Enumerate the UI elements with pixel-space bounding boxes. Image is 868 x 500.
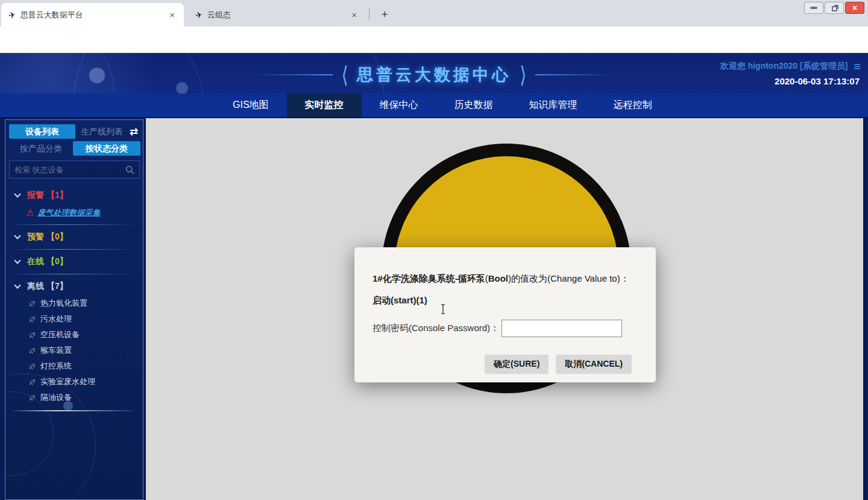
chevron-down-icon[interactable]	[14, 282, 20, 288]
menu-list-icon[interactable]: ≡	[854, 60, 861, 72]
page-title: 思普云大数据中心	[357, 64, 511, 86]
console-password-input[interactable]	[502, 320, 622, 337]
window-close-button[interactable]: ×	[845, 2, 864, 14]
group-label: 在线	[27, 256, 44, 267]
close-icon: ×	[852, 4, 857, 12]
window-controls: ×	[804, 2, 864, 14]
tree-item-offline-device[interactable]: 空压机设备	[5, 327, 143, 343]
offline-link-icon	[28, 347, 36, 355]
offline-link-icon	[28, 378, 36, 386]
tree-bottom-divider	[14, 410, 134, 411]
nav-item-gis-map[interactable]: GIS地图	[215, 93, 287, 117]
tab-title: 思普云大数据平台	[20, 10, 167, 21]
chevron-down-icon[interactable]	[14, 191, 20, 197]
nav-item-knowledge-base[interactable]: 知识库管理	[511, 93, 596, 117]
group-count: 【7】	[46, 281, 68, 292]
tab-by-status[interactable]: 按状态分类	[73, 141, 140, 156]
tree-group-alarm[interactable]: 报警 【1】	[5, 186, 143, 204]
offline-link-icon	[28, 362, 36, 370]
device-search-box	[9, 160, 140, 179]
browser-tabstrip: ✈ 思普云大数据平台 × ✈ 云组态 × + ×	[0, 0, 868, 27]
offline-link-icon	[28, 315, 36, 323]
group-count: 【1】	[46, 190, 68, 201]
tree-item-offline-device[interactable]: 实验室废水处理	[5, 374, 143, 390]
device-label: 热力氧化装置	[40, 298, 87, 309]
device-label: 实验室废水处理	[40, 376, 95, 387]
current-datetime: 2020-06-03 17:13:07	[775, 76, 860, 86]
group-label: 报警	[27, 190, 44, 201]
tab-close-icon[interactable]: ×	[348, 9, 360, 21]
dialog-new-value: 启动(start)(1)	[373, 295, 638, 306]
title-bracket-left: ⟨	[341, 63, 348, 86]
point-type: Bool	[488, 273, 508, 283]
nav-item-remote-control[interactable]: 远程控制	[596, 93, 670, 117]
cancel-button[interactable]: 取消(CANCEL)	[556, 355, 632, 374]
site-favicon-icon: ✈	[7, 9, 16, 20]
tree-item-offline-device[interactable]: 隔油设备	[5, 390, 143, 405]
title-bracket-right: ⟩	[520, 63, 527, 86]
group-label: 离线	[27, 281, 44, 292]
browser-tab-inactive[interactable]: ✈ 云组态 ×	[188, 3, 366, 27]
device-status-tree: 报警 【1】 ⚠ 废气处理数据采集 预警 【0】 在线 【0】 离线 【7】 热…	[5, 186, 143, 411]
swap-arrows-icon[interactable]: ⇄	[130, 125, 138, 138]
site-favicon-icon: ✈	[194, 9, 203, 20]
app-header: ⟨ 思普云大数据中心 ⟩ 欢迎您 hignton2020 [系统管理员] ≡ 2…	[0, 53, 868, 93]
tree-group-warning[interactable]: 预警 【0】	[5, 228, 143, 246]
tab-separator	[369, 8, 370, 20]
new-tab-button[interactable]: +	[376, 6, 393, 23]
chevron-down-icon[interactable]	[14, 232, 20, 239]
title-ornament-line	[254, 74, 333, 75]
device-search-input[interactable]	[10, 165, 125, 174]
tree-group-online[interactable]: 在线 【0】	[5, 253, 143, 271]
offline-link-icon	[28, 300, 36, 308]
device-sidebar: 设备列表 生产线列表 ⇄ 按产品分类 按状态分类 报警 【1】 ⚠ 废气处理数据…	[5, 119, 143, 500]
tree-divider	[11, 224, 137, 225]
tab-by-product[interactable]: 按产品分类	[9, 141, 73, 156]
title-ornament-line	[535, 74, 614, 75]
sure-button[interactable]: 确定(SURE)	[485, 355, 549, 374]
offline-link-icon	[28, 331, 36, 339]
nav-item-history-data[interactable]: 历史数据	[436, 93, 511, 117]
tab-production-line-list[interactable]: 生产线列表	[75, 124, 128, 139]
chevron-down-icon[interactable]	[14, 257, 20, 264]
device-label: 灯控系统	[40, 361, 72, 372]
tree-item-offline-device[interactable]: 热力氧化装置	[5, 296, 143, 311]
browser-tab-active[interactable]: ✈ 思普云大数据平台 ×	[1, 3, 184, 27]
device-label: 猴车装置	[40, 345, 72, 356]
text-cursor-icon	[439, 303, 447, 315]
group-label: 预警	[27, 232, 44, 242]
offline-link-icon	[28, 394, 36, 402]
group-count: 【0】	[46, 256, 68, 267]
minimize-icon	[810, 7, 817, 9]
tree-group-offline[interactable]: 离线 【7】	[5, 277, 143, 296]
search-icon[interactable]	[125, 165, 134, 174]
dialog-message: 1#化学洗涤除臭系统-循环泵(Bool)的值改为(Change Value to…	[373, 273, 637, 285]
window-minimize-button[interactable]	[804, 2, 823, 14]
tree-divider	[11, 249, 137, 250]
browser-toolbar: ← → ↻ i 不安全 | iot.idosp.net /idosp/index…	[0, 27, 868, 53]
warning-triangle-icon: ⚠	[26, 207, 34, 218]
window-restore-button[interactable]	[825, 2, 844, 14]
main-navbar: GIS地图 实时监控 维保中心 历史数据 知识库管理 远程控制	[0, 93, 868, 118]
tree-item-offline-device[interactable]: 猴车装置	[5, 343, 143, 358]
group-count: 【0】	[46, 232, 68, 242]
device-label: 空压机设备	[40, 329, 80, 340]
tab-close-icon[interactable]: ×	[166, 9, 178, 21]
tab-title: 云组态	[207, 10, 349, 21]
alarm-device-link[interactable]: 废气处理数据采集	[37, 207, 100, 218]
nav-item-realtime-monitor[interactable]: 实时监控	[287, 93, 362, 117]
tree-divider	[11, 274, 137, 274]
device-point-name: 1#化学洗涤除臭系统-循环泵	[373, 273, 485, 283]
tree-item-offline-device[interactable]: 污水处理	[5, 311, 143, 327]
nav-item-maintenance-center[interactable]: 维保中心	[362, 93, 436, 117]
device-label: 污水处理	[40, 314, 72, 324]
change-value-dialog: 1#化学洗涤除臭系统-循环泵(Bool)的值改为(Change Value to…	[354, 247, 656, 382]
tab-device-list[interactable]: 设备列表	[9, 124, 75, 139]
restore-icon	[832, 6, 837, 11]
password-label: 控制密码(Console Password)：	[373, 323, 499, 334]
device-label: 隔油设备	[40, 392, 72, 403]
tree-item-offline-device[interactable]: 灯控系统	[5, 358, 143, 374]
tree-item-alarm-device[interactable]: ⚠ 废气处理数据采集	[5, 204, 143, 221]
welcome-user-text: 欢迎您 hignton2020 [系统管理员]	[720, 61, 848, 72]
